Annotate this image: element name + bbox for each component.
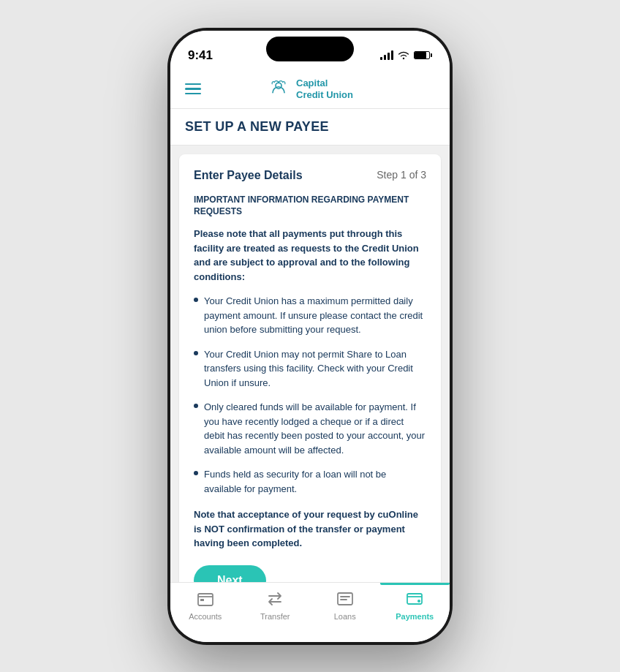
signal-icon <box>380 50 393 60</box>
active-tab-indicator <box>380 583 450 585</box>
wifi-icon <box>398 51 409 60</box>
nav-item-loans[interactable]: Loans <box>310 589 380 621</box>
bullet-dot <box>194 471 198 475</box>
app-header: Capital Credit Union <box>170 70 450 109</box>
step-indicator: Step 1 of 3 <box>377 169 426 181</box>
card-header: Enter Payee Details Step 1 of 3 <box>194 169 426 182</box>
list-item: Your Credit Union has a maximum permitte… <box>194 294 426 337</box>
important-heading: IMPORTANT INFORMATION REGARDING PAYMENT … <box>194 194 426 219</box>
nav-label-accounts: Accounts <box>189 612 222 621</box>
nav-item-accounts[interactable]: Accounts <box>170 589 241 621</box>
next-button[interactable]: Next <box>194 565 266 582</box>
nav-item-payments[interactable]: Payments <box>380 589 450 621</box>
bullet-text-2: Your Credit Union may not permit Share t… <box>204 347 426 390</box>
bottom-nav: Accounts Transfer Loan <box>170 582 450 642</box>
status-time: 9:41 <box>188 48 213 63</box>
note-text: Note that acceptance of your request by … <box>194 507 426 551</box>
content-area: Enter Payee Details Step 1 of 3 IMPORTAN… <box>170 146 450 582</box>
bullet-text-4: Funds held as security for a loan will n… <box>204 467 426 496</box>
bullet-dot <box>194 351 198 355</box>
bullet-dot <box>194 404 198 408</box>
menu-button[interactable] <box>185 83 201 95</box>
bullet-dot <box>194 298 198 302</box>
payee-card: Enter Payee Details Step 1 of 3 IMPORTAN… <box>179 154 441 582</box>
svg-point-5 <box>417 600 420 603</box>
list-item: Funds held as security for a loan will n… <box>194 467 426 496</box>
brand-name-text: Capital Credit Union <box>296 78 353 100</box>
nav-label-transfer: Transfer <box>260 612 290 621</box>
svg-rect-4 <box>407 594 422 604</box>
loans-icon <box>335 589 355 609</box>
nav-item-transfer[interactable]: Transfer <box>241 589 311 621</box>
list-item: Only cleared funds will be available for… <box>194 400 426 457</box>
nav-label-loans: Loans <box>334 612 356 621</box>
card-title: Enter Payee Details <box>194 169 303 182</box>
payments-icon <box>404 589 425 609</box>
page-title: SET UP A NEW PAYEE <box>185 119 435 135</box>
bullet-text-3: Only cleared funds will be available for… <box>204 400 426 457</box>
page-header: SET UP A NEW PAYEE <box>170 109 450 146</box>
brand-logo: Capital Credit Union <box>267 78 353 101</box>
bullet-text-1: Your Credit Union has a maximum permitte… <box>204 294 426 337</box>
list-item: Your Credit Union may not permit Share t… <box>194 347 426 390</box>
dynamic-island <box>266 37 354 61</box>
bullet-list: Your Credit Union has a maximum permitte… <box>194 294 426 496</box>
svg-rect-2 <box>200 599 204 601</box>
intro-text: Please note that all payments put throug… <box>194 227 426 284</box>
brand-icon <box>267 78 290 101</box>
status-icons <box>380 50 432 60</box>
phone-screen: 9:41 <box>170 31 450 642</box>
battery-icon <box>414 51 432 59</box>
svg-rect-3 <box>338 593 352 605</box>
phone-frame: 9:41 <box>167 28 453 645</box>
transfer-icon <box>265 589 285 609</box>
nav-label-payments: Payments <box>396 612 434 621</box>
accounts-icon <box>195 589 216 609</box>
